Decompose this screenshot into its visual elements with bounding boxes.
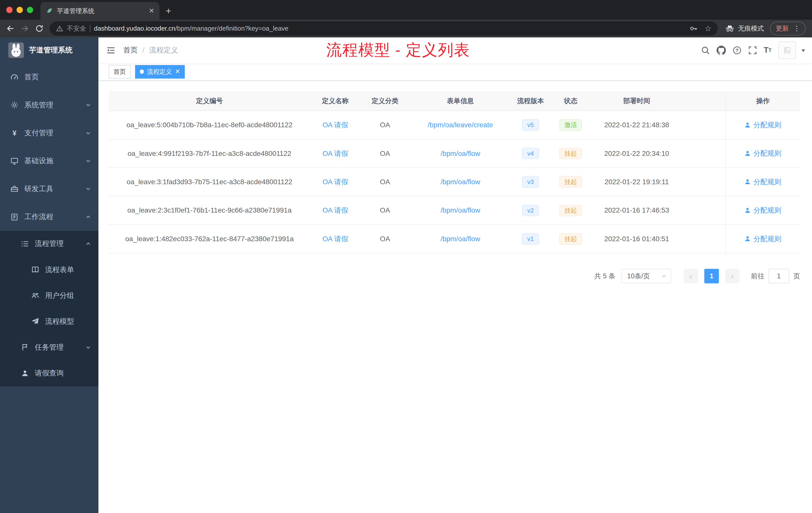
tab-title: 芋道管理系统	[57, 7, 145, 15]
next-page-button[interactable]: ›	[725, 269, 740, 283]
sidebar-item-task-management[interactable]: 任务管理	[0, 334, 98, 360]
chevron-down-icon	[85, 186, 91, 192]
security-label[interactable]: 不安全	[67, 24, 86, 33]
definition-name-link[interactable]: OA 请假	[322, 121, 348, 129]
column-header-category: 定义分类	[360, 91, 410, 111]
chevron-down-icon	[85, 344, 91, 350]
column-header-name: 定义名称	[310, 91, 360, 111]
sidebar-item-process-form[interactable]: 流程表单	[0, 257, 98, 282]
tab-close-icon[interactable]: ✕	[149, 7, 154, 15]
cell-definition-id: oa_leave:3:1fad3d93-7b75-11ec-a3c8-acde4…	[109, 168, 310, 196]
sidebar-item-workflow[interactable]: 工作流程	[0, 203, 98, 231]
maximize-window-button[interactable]	[27, 7, 33, 13]
sidebar-item-leave-query[interactable]: 请假查询	[0, 360, 98, 386]
tag-close-icon[interactable]: ✕	[175, 68, 180, 75]
chevron-down-icon	[661, 274, 667, 279]
workflow-submenu: 流程管理 流程表单 用户分组 流程模型	[0, 231, 98, 386]
incognito-badge: 无痕模式	[721, 24, 768, 33]
page-number-1[interactable]: 1	[704, 269, 719, 283]
definition-name-link[interactable]: OA 请假	[322, 178, 348, 186]
table-row: oa_leave:4:991f2193-7b7f-11ec-a3c8-acde4…	[109, 139, 800, 168]
browser-update-button[interactable]: 更新 ⋮	[770, 22, 806, 36]
search-icon[interactable]	[701, 46, 710, 55]
column-header-id: 定义编号	[109, 91, 310, 111]
favicon-icon	[46, 7, 53, 14]
user-icon	[745, 150, 751, 157]
assign-rule-button[interactable]: 分配规则	[745, 234, 781, 244]
sidebar-item-devtools[interactable]: 研发工具	[0, 175, 98, 203]
chevron-down-icon	[85, 158, 91, 164]
version-badge: v3	[522, 176, 539, 187]
github-icon[interactable]	[717, 46, 726, 55]
reload-button[interactable]	[32, 21, 47, 36]
help-icon[interactable]: ?	[733, 46, 742, 55]
form-link[interactable]: /bpm/oa/leave/create	[428, 121, 493, 129]
goto-page-input[interactable]	[768, 269, 789, 283]
table-header-row: 定义编号 定义名称 定义分类 表单信息 流程版本 状态 部署时间 操作	[109, 91, 800, 111]
flag-icon	[21, 343, 29, 351]
chevron-up-icon	[85, 241, 91, 247]
cell-deploy-time: 2022-01-16 17:46:53	[591, 196, 682, 224]
font-size-icon[interactable]: TT	[764, 46, 772, 55]
column-header-actions: 操作	[726, 91, 800, 111]
assign-rule-button[interactable]: 分配规则	[745, 149, 781, 158]
browser-menu-icon[interactable]: ⋮	[793, 25, 800, 32]
cell-definition-id: oa_leave:1:482ec033-762a-11ec-8477-a2380…	[109, 224, 310, 253]
avatar[interactable]	[778, 41, 796, 59]
minimize-window-button[interactable]	[17, 7, 23, 13]
gear-icon	[10, 101, 19, 109]
bookmark-star-icon[interactable]: ☆	[704, 24, 712, 33]
browser-tab[interactable]: 芋道管理系统 ✕	[40, 2, 160, 20]
sidebar-item-process-management[interactable]: 流程管理	[0, 231, 98, 257]
assign-rule-button[interactable]: 分配规则	[745, 177, 781, 187]
close-window-button[interactable]	[6, 7, 12, 13]
toolbox-icon	[10, 185, 19, 193]
sidebar-item-process-model[interactable]: 流程模型	[0, 308, 98, 334]
new-tab-button[interactable]: +	[160, 2, 177, 20]
goto-label: 前往	[751, 272, 764, 280]
table-row: oa_leave:5:004b710b-7b8a-11ec-8ef0-acde4…	[109, 111, 800, 139]
fullscreen-icon[interactable]	[748, 46, 757, 55]
status-badge: 挂起	[559, 233, 582, 244]
tag-process-definition[interactable]: 流程定义 ✕	[135, 65, 185, 79]
browser-tabstrip: 芋道管理系统 ✕ +	[0, 0, 812, 20]
password-key-icon[interactable]	[689, 24, 697, 33]
assign-rule-button[interactable]: 分配规则	[745, 206, 781, 215]
sidebar-logo: 芋道管理系统	[0, 37, 98, 63]
cell-deploy-time: 2022-01-22 20:34:10	[591, 139, 682, 168]
app-title: 芋道管理系统	[29, 45, 72, 55]
sidebar-toggle-icon[interactable]	[98, 46, 123, 55]
security-warning-icon	[56, 25, 63, 32]
url-bar[interactable]: 不安全 dashboard.yudao.iocoder.cn/bpm/manag…	[50, 21, 718, 36]
definition-table: 定义编号 定义名称 定义分类 表单信息 流程版本 状态 部署时间 操作 oa_l…	[109, 91, 800, 253]
table-row: oa_leave:3:1fad3d93-7b75-11ec-a3c8-acde4…	[109, 168, 800, 196]
form-link[interactable]: /bpm/oa/flow	[441, 150, 480, 157]
sidebar-item-infrastructure[interactable]: 基础设施	[0, 147, 98, 175]
clipboard-icon	[10, 213, 19, 221]
definition-name-link[interactable]: OA 请假	[322, 235, 348, 243]
tag-home[interactable]: 首页	[109, 65, 130, 79]
url-text[interactable]: dashboard.yudao.iocoder.cn/bpm/manager/d…	[94, 25, 288, 32]
column-header-form: 表单信息	[409, 91, 511, 111]
sidebar-item-system[interactable]: 系统管理	[0, 91, 98, 119]
form-link[interactable]: /bpm/oa/flow	[441, 178, 480, 186]
sidebar-item-user-group[interactable]: 用户分组	[0, 282, 98, 308]
prev-page-button[interactable]: ‹	[684, 269, 698, 283]
form-link[interactable]: /bpm/oa/flow	[441, 235, 480, 243]
definition-name-link[interactable]: OA 请假	[322, 150, 348, 157]
dashboard-icon	[10, 73, 19, 81]
goto-unit: 页	[793, 272, 800, 280]
back-button[interactable]	[3, 21, 18, 36]
page-size-select[interactable]: 10条/页	[621, 269, 671, 283]
cell-category: OA	[360, 224, 410, 253]
breadcrumb-home[interactable]: 首页	[123, 45, 138, 55]
forward-button[interactable]	[18, 21, 32, 36]
assign-rule-button[interactable]: 分配规则	[745, 120, 781, 130]
paper-plane-icon	[31, 318, 39, 325]
definition-name-link[interactable]: OA 请假	[322, 206, 348, 214]
form-link[interactable]: /bpm/oa/flow	[441, 206, 480, 214]
sidebar-item-payment[interactable]: ¥ 支付管理	[0, 119, 98, 147]
sidebar-item-home[interactable]: 首页	[0, 63, 98, 91]
user-icon	[745, 207, 751, 214]
cell-deploy-time: 2022-01-22 19:19:11	[591, 168, 682, 196]
